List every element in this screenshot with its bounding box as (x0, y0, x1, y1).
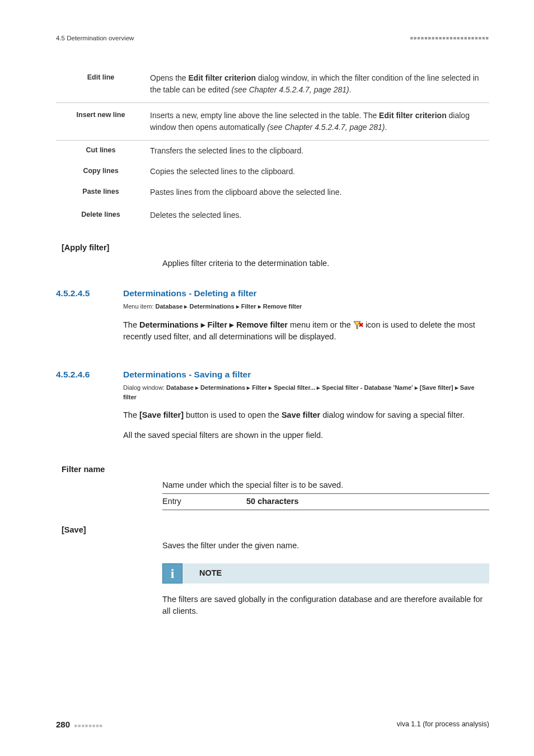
row-label: Cut lines (56, 141, 146, 162)
filter-name-label: Filter name (62, 464, 489, 476)
section-text: All the saved special filters are shown … (123, 430, 489, 442)
row-desc: Copies the selected lines to the clipboa… (146, 161, 489, 182)
section-number: 4.5.2.4.6 (56, 368, 123, 450)
section-save-filter: 4.5.2.4.6 Determinations - Saving a filt… (56, 368, 489, 450)
entry-value: 50 characters (246, 496, 299, 508)
row-label: Copy lines (56, 161, 146, 182)
header-dots: ■■■■■■■■■■■■■■■■■■■■■■ (410, 35, 489, 43)
apply-filter-desc: Applies filter criteria to the determina… (162, 258, 489, 270)
definitions-table: Edit line Opens the Edit filter criterio… (56, 66, 489, 228)
entry-label: Entry (162, 496, 246, 508)
save-block: [Save] Saves the filter under the given … (56, 524, 489, 552)
row-desc: Pastes lines from the clipboard above th… (146, 182, 489, 203)
section-text: The [Save filter] button is used to open… (123, 409, 489, 422)
section-number: 4.5.2.4.5 (56, 287, 123, 351)
row-label: Edit line (56, 66, 146, 103)
filter-name-block: Filter name Name under which the special… (56, 464, 489, 510)
footer-right: viva 1.1 (for process analysis) (397, 719, 489, 730)
row-label: Paste lines (56, 182, 146, 203)
page-header: 4.5 Determination overview ■■■■■■■■■■■■■… (56, 34, 489, 43)
row-desc: Deletes the selected lines. (146, 203, 489, 228)
page-number: 280 (56, 720, 70, 729)
row-desc: Inserts a new, empty line above the line… (146, 103, 489, 141)
section-delete-filter: 4.5.2.4.5 Determinations - Deleting a fi… (56, 287, 489, 351)
note-box: i NOTE The filters are saved globally in… (162, 563, 489, 618)
section-meta: Dialog window: Database ▸ Determinations… (123, 383, 489, 402)
note-header: i NOTE (162, 563, 489, 584)
apply-filter-block: [Apply filter] Applies filter criteria t… (56, 242, 489, 270)
page-number-block: 280 ■■■■■■■■ (56, 718, 103, 731)
row-label: Insert new line (56, 103, 146, 141)
note-body: The filters are saved globally in the co… (162, 594, 489, 618)
save-desc: Saves the filter under the given name. (162, 540, 489, 552)
row-desc: Opens the Edit filter criterion dialog w… (146, 66, 489, 103)
apply-filter-label: [Apply filter] (62, 242, 489, 254)
entry-row: Entry 50 characters (162, 493, 489, 510)
section-path: 4.5 Determination overview (56, 34, 134, 43)
svg-marker-0 (354, 321, 360, 329)
section-text: The Determinations ▸ Filter ▸ Remove fil… (123, 319, 489, 344)
row-label: Delete lines (56, 203, 146, 228)
remove-filter-icon (353, 321, 363, 330)
row-desc: Transfers the selected lines to the clip… (146, 141, 489, 162)
section-title: Determinations - Deleting a filter (123, 287, 489, 300)
note-label: NOTE (199, 567, 222, 580)
info-icon: i (162, 563, 182, 584)
save-label: [Save] (62, 524, 489, 536)
page-footer: 280 ■■■■■■■■ viva 1.1 (for process analy… (56, 718, 489, 731)
section-meta: Menu item: Menu item: Database ▸ Determi… (123, 302, 489, 311)
footer-dots: ■■■■■■■■ (74, 723, 104, 729)
section-title: Determinations - Saving a filter (123, 368, 489, 381)
filter-name-desc: Name under which the special filter is t… (162, 479, 489, 492)
